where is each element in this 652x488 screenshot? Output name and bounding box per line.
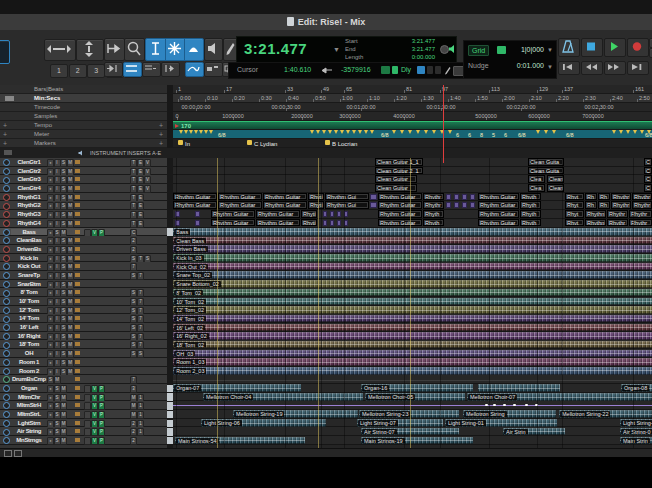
automation-line[interactable]	[173, 405, 652, 406]
track-row[interactable]: Kick In●ISMSTS	[0, 254, 167, 263]
track-name[interactable]: Room 1	[11, 359, 47, 365]
audio-clip[interactable]: Air Strin	[503, 428, 565, 436]
track-lane[interactable]: Snare Bottom_02	[173, 280, 652, 289]
instrument-volume-chip[interactable]: V	[91, 437, 98, 445]
audio-clip[interactable]: Rhythm Guitar	[378, 193, 422, 201]
track-lane[interactable]: OH_03	[173, 349, 652, 358]
audio-clip[interactable]	[478, 384, 560, 392]
marker-flag-icon[interactable]	[178, 140, 183, 145]
track-color-dot[interactable]	[3, 420, 10, 427]
track-row[interactable]: ClenGtr1●ISMTEV	[0, 158, 167, 167]
track-lane[interactable]: Room 2_03	[173, 367, 652, 376]
automation-mode-icon[interactable]	[75, 360, 80, 364]
audio-clip[interactable]: Rhythr	[607, 219, 628, 227]
edit-mode-button-partial[interactable]	[0, 40, 10, 64]
go-to-start-button[interactable]	[558, 61, 580, 75]
automation-mode-icon[interactable]	[75, 160, 80, 164]
track-name[interactable]: ClenGtr3	[11, 176, 47, 182]
audio-clip[interactable]: Room 1_03	[173, 358, 652, 366]
meter-change-icon[interactable]	[209, 130, 213, 134]
grabber-tool-button[interactable]	[165, 39, 185, 60]
grid-enable-checkbox[interactable]	[497, 46, 506, 54]
track-row[interactable]: OH●ISMSS	[0, 349, 167, 358]
clip-fragment[interactable]	[195, 220, 200, 226]
audio-clip[interactable]: Mellotron String	[463, 410, 556, 418]
track-lane[interactable]: Air String-07Air StrinAir String-0	[173, 427, 652, 436]
track-name[interactable]: 18' Tom	[11, 341, 47, 347]
track-color-dot[interactable]	[3, 211, 10, 218]
min-secs-ruler[interactable]: 0:000:100:200:300:400:501:001:101:201:30…	[173, 94, 652, 103]
audio-clip[interactable]: Bass	[173, 228, 652, 236]
insert-slot[interactable]: 2	[130, 437, 137, 445]
clip-fragment[interactable]	[323, 220, 327, 226]
track-color-dot[interactable]	[3, 316, 10, 323]
track-name[interactable]: SnareTp	[11, 272, 47, 278]
track-name[interactable]: RhythG1	[11, 194, 47, 200]
meter-change-icon[interactable]	[334, 130, 338, 134]
track-lane[interactable]: Light String-06Light String-07Light Stri…	[173, 419, 652, 428]
audio-clip[interactable]: Rhyt	[565, 210, 584, 218]
audio-clip[interactable]: Organ-07	[173, 384, 301, 392]
meter-change-icon[interactable]	[328, 130, 332, 134]
meter-change-icon[interactable]	[340, 130, 344, 134]
track-lane[interactable]: 12' Tom_02	[173, 306, 652, 315]
track-name[interactable]: RhythG3	[11, 211, 47, 217]
track-row[interactable]: MltmStrL●SMVPM1	[0, 410, 167, 419]
audio-clip[interactable]: 10' Tom_02	[173, 298, 652, 306]
markers-ruler[interactable]: InC LydianB Locrian	[173, 139, 652, 148]
meter-change-icon[interactable]	[536, 130, 540, 134]
clip-fragment[interactable]	[330, 211, 334, 217]
titlebar[interactable]: Edit: Rise! - Mix	[0, 14, 652, 31]
audio-clip[interactable]: Rhythm Guitar	[478, 210, 519, 218]
horizontal-zoom-button[interactable]	[44, 39, 76, 61]
automation-mode-icon[interactable]	[75, 290, 80, 294]
audio-clip[interactable]: Room 2_03	[173, 367, 652, 375]
track-color-dot[interactable]	[3, 159, 10, 166]
meter-change-icon[interactable]	[199, 130, 203, 134]
audio-clip[interactable]: 14' Tom_02	[173, 315, 652, 323]
audio-clip[interactable]: Rhythm Guitar	[478, 219, 519, 227]
track-row[interactable]: MltmStrH●SMVPM1	[0, 401, 167, 410]
record-enable-button[interactable]: ●	[47, 437, 54, 445]
track-name[interactable]: Room 2	[11, 368, 47, 374]
rewind-button[interactable]	[581, 61, 603, 75]
track-name[interactable]: ClenGtr1	[11, 159, 47, 165]
track-row[interactable]: Organ●SMVP3	[0, 384, 167, 393]
automation-mode-icon[interactable]	[75, 169, 80, 173]
audio-clip[interactable]: Clean Bass	[173, 237, 652, 245]
track-lane[interactable]: Clean GuitarCleaCleanC	[173, 175, 652, 184]
ruler-add-icon[interactable]: +	[159, 131, 163, 138]
audio-clip[interactable]: Driven Bass	[173, 245, 652, 253]
track-name[interactable]: Organ	[11, 385, 47, 391]
marker-flag-icon[interactable]	[247, 140, 252, 145]
automation-mode-icon[interactable]	[75, 386, 80, 390]
audio-clip[interactable]: 18' Tom_02	[173, 341, 652, 349]
track-row[interactable]: MnStrngs●SMVP2	[0, 436, 167, 445]
ruler-row-label[interactable]: Samples	[0, 112, 167, 121]
track-lane[interactable]: 16' Left_02	[173, 323, 652, 332]
track-row[interactable]: Room 1●ISM	[0, 358, 167, 367]
bars-beats-ruler[interactable]: 1173349658197113129137161	[173, 85, 652, 94]
track-lane[interactable]: Rhythm GuitarRhythm GuitarRhytiRhythm Gu…	[173, 210, 652, 219]
ruler-row-label[interactable]: ++Tempo	[0, 121, 167, 130]
audio-clip[interactable]: Snare Top_02	[173, 271, 652, 279]
clip-fragment[interactable]	[454, 202, 459, 208]
audio-clip[interactable]: Rhythm Guitar	[478, 193, 519, 201]
clip-fragment[interactable]	[337, 220, 341, 226]
track-name[interactable]: RhythG4	[11, 220, 47, 226]
audio-clip[interactable]: 16' Left_02	[173, 324, 652, 332]
nudge-dropdown-caret[interactable]: ▼	[547, 64, 553, 70]
automation-mode-icon[interactable]	[75, 238, 80, 242]
fast-forward-button[interactable]	[604, 61, 626, 75]
samples-ruler[interactable]: 0100000020000003000000400000050000006000…	[173, 112, 652, 121]
start-value[interactable]: 3:21.477	[377, 38, 435, 44]
track-name[interactable]: MnStrngs	[11, 437, 47, 443]
track-row[interactable]: 18' Tom●ISMS7	[0, 340, 167, 349]
audio-clip[interactable]: Rhythm Guitar	[173, 201, 217, 209]
track-lane[interactable]: 10' Tom_02	[173, 297, 652, 306]
track-row[interactable]: DrivenBs●ISM2	[0, 245, 167, 254]
audio-clip[interactable]: Rhyt	[565, 219, 584, 227]
monitor-speaker-icon[interactable]	[448, 44, 456, 54]
track-row[interactable]: ClenGtr3●ISMTEV	[0, 175, 167, 184]
audio-clip[interactable]: Organ-08	[621, 384, 652, 392]
